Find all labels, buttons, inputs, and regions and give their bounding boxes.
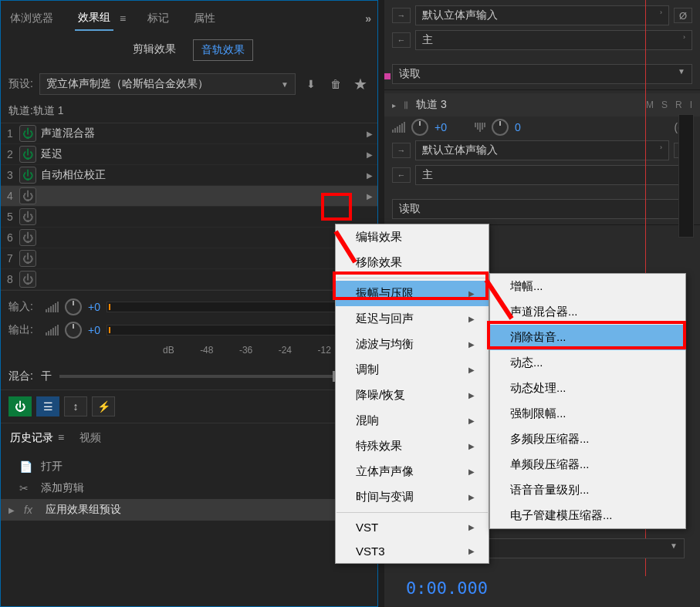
menu-amplitude-compression[interactable]: 振幅与压限▶ [336,281,489,306]
menu-delay-echo[interactable]: 延迟与回声▶ [336,306,489,332]
automation-mode-dropdown[interactable]: 读取▼ [392,199,692,219]
favorite-icon[interactable]: ★ [351,75,370,93]
automation-mode-dropdown[interactable]: 读取▼ [392,64,692,84]
output-gain-knob[interactable] [65,322,82,339]
menu-reverb[interactable]: 混响▶ [336,408,489,433]
amplitude-submenu: 增幅... 声道混合器... 消除齿音... 动态... 动态处理... 强制限… [489,273,686,529]
slot-arrow-icon[interactable]: ▶ [362,130,377,138]
subtab-clip-effects[interactable]: 剪辑效果 [125,39,184,61]
route-in-icon[interactable]: → [392,8,411,23]
route-in-icon[interactable]: → [392,143,411,158]
input-gain-row: 输入: +0 [8,298,370,315]
effect-slot-2[interactable]: 2 ⏻ 延迟 ▶ [1,144,377,165]
mix-slider[interactable] [59,375,337,378]
record-button[interactable]: R [675,99,682,110]
effect-slot-4[interactable]: 4 ⏻ ▶ [1,186,377,207]
effect-slot-5[interactable]: 5 ⏻ [1,207,377,228]
menu-single-band-compressor[interactable]: 单频段压缩器... [490,452,685,477]
tab-media-browser[interactable]: 体浏览器 [7,7,56,30]
menu-deesser[interactable]: 消除齿音... [490,325,685,350]
power-icon[interactable]: ⏻ [19,208,36,225]
level-bars-icon [46,325,59,336]
menu-filter-eq[interactable]: 滤波与均衡▶ [336,332,489,357]
document-icon: 📄 [19,460,33,473]
rack-power-button[interactable]: ⏻ [8,396,32,416]
pan-value[interactable]: 0 [515,121,521,133]
overflow-icon[interactable]: » [365,12,371,25]
expand-icon[interactable]: ▸ [392,101,396,110]
power-icon[interactable]: ⏻ [19,250,36,267]
delete-preset-icon[interactable]: 🗑 [326,75,345,93]
slot-arrow-icon[interactable]: ▶ [362,192,377,201]
effect-slot-6[interactable]: 6 ⏻ [1,228,377,248]
menu-stereo-image[interactable]: 立体声声像▶ [336,459,489,484]
power-icon[interactable]: ⏻ [19,125,36,142]
rack-tune-button[interactable]: ↕ [64,396,87,416]
track-3-header[interactable]: ▸ ⫴ 轨道 3 M S R I [384,93,700,116]
route-out-icon[interactable]: ← [392,167,411,183]
menu-speech-volume-leveler[interactable]: 语音音量级别... [490,477,685,503]
history-tabs: 历史记录 ≡ 视频 [1,423,377,453]
track-name[interactable]: 轨道 3 [416,98,638,112]
power-icon[interactable]: ⏻ [19,187,36,204]
tab-effects-group[interactable]: 效果组 [75,6,113,31]
route-out-icon[interactable]: ← [392,32,411,48]
phase-icon[interactable]: Ø [674,8,692,23]
tab-history[interactable]: 历史记录 [10,431,53,445]
menu-modulation[interactable]: 调制▶ [336,357,489,383]
menu-noise-restore[interactable]: 降噪/恢复▶ [336,383,489,408]
menu-time-pitch[interactable]: 时间与变调▶ [336,484,489,510]
effect-slot-3[interactable]: 3 ⏻ 自动相位校正 ▶ [1,165,377,186]
subtab-track-effects[interactable]: 音轨效果 [193,39,253,61]
rack-list-button[interactable]: ☰ [36,396,59,416]
track-color-chip[interactable] [384,73,391,79]
tab-video[interactable]: 视频 [79,431,101,445]
menu-tube-compressor[interactable]: 电子管建模压缩器... [490,503,685,528]
input-monitor-button[interactable]: I [690,99,692,110]
slot-arrow-icon[interactable]: ▶ [362,150,377,159]
input-gain-value[interactable]: +0 [88,301,100,313]
save-preset-icon[interactable]: ⬇ [302,75,320,93]
history-item-open[interactable]: 📄 打开 [1,456,377,477]
input-gain-knob[interactable] [65,298,82,315]
rack-lightning-button[interactable]: ⚡ [92,396,115,416]
volume-knob[interactable] [411,119,428,136]
effect-slot-8[interactable]: 8 ⏻ [1,269,377,290]
power-icon[interactable]: ⏻ [19,146,36,163]
menu-special[interactable]: 特殊效果▶ [336,433,489,459]
menu-remove-effect[interactable]: 移除效果 [336,250,489,275]
output-dropdown[interactable]: 主› [415,30,692,50]
menu-edit-effect[interactable]: 编辑效果 [336,224,489,250]
volume-value[interactable]: +0 [435,121,447,133]
tab-properties[interactable]: 属性 [191,7,218,30]
menu-vst3[interactable]: VST3▶ [336,539,489,563]
history-item-add-clip[interactable]: ✂ 添加剪辑 [1,477,377,499]
hamburger-icon[interactable]: ≡ [120,12,126,25]
tab-markers[interactable]: 标记 [144,7,172,30]
power-icon[interactable]: ⏻ [19,271,36,288]
pan-knob[interactable] [492,119,509,136]
effect-slot-1[interactable]: 1 ⏻ 声道混合器 ▶ [1,123,377,144]
slot-arrow-icon[interactable]: ▶ [362,171,377,180]
history-item-apply-preset[interactable]: ▶ fx 应用效果组预设 [1,499,377,521]
output-gain-value[interactable]: +0 [88,324,100,336]
output-dropdown[interactable]: 主› [415,165,692,185]
menu-dynamics-processing[interactable]: 动态处理... [490,376,685,401]
menu-hard-limiter[interactable]: 强制限幅... [490,401,685,427]
solo-button[interactable]: S [661,99,668,110]
input-dropdown[interactable]: 默认立体声输入› [415,140,669,160]
preset-dropdown[interactable]: 宽立体声制造（哈斯铝合金效果） ▼ [39,73,296,95]
menu-amplify[interactable]: 增幅... [490,274,685,299]
timecode-display[interactable]: 0:00.000 [406,578,488,598]
effect-slot-7[interactable]: 7 ⏻ [1,248,377,269]
track-drag-icon[interactable]: ⫴ [404,99,408,112]
power-icon[interactable]: ⏻ [19,229,36,246]
menu-dynamics[interactable]: 动态... [490,350,685,376]
hamburger-icon[interactable]: ≡ [58,431,64,445]
menu-channel-mixer[interactable]: 声道混合器... [490,299,685,325]
power-icon[interactable]: ⏻ [19,167,36,184]
mute-button[interactable]: M [646,99,654,110]
menu-multiband-compressor[interactable]: 多频段压缩器... [490,427,685,452]
menu-vst[interactable]: VST▶ [336,515,489,539]
input-dropdown[interactable]: 默认立体声输入› [415,5,669,25]
